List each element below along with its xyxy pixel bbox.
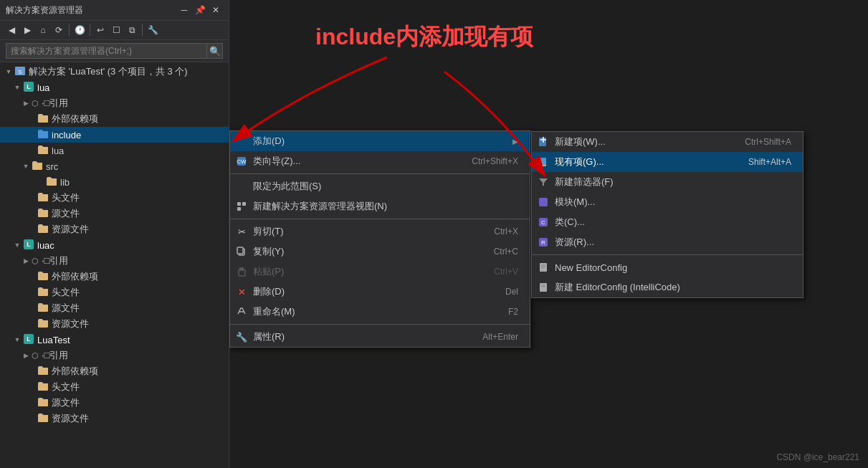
lua-head-item[interactable]: 头文件 [0, 190, 229, 206]
luac-ref-icon: ⬡ [32, 257, 39, 266]
menu-new-view[interactable]: 新建解决方案资源管理器视图(N) [230, 196, 530, 216]
search-input[interactable] [6, 43, 207, 59]
svg-rect-8 [539, 138, 546, 146]
luatest-src-item[interactable]: 源文件 [0, 395, 229, 411]
submenu-existing-item-label: 现有项(G)... [555, 156, 748, 168]
luac-res-item[interactable]: 资源文件 [0, 316, 229, 332]
svg-rect-27 [237, 202, 241, 206]
menu-class-wizard[interactable]: CW 类向导(Z)... Ctrl+Shift+X [230, 151, 530, 171]
menu-scope[interactable]: 限定为此范围(S) [230, 176, 530, 196]
ext-folder-icon [37, 113, 49, 125]
menu-add[interactable]: 添加(D) ▶ 新建项(W)... Ctrl+Shift+A [230, 131, 530, 151]
window-button[interactable]: ☐ [109, 23, 123, 37]
submenu-new-item[interactable]: 新建项(W)... Ctrl+Shift+A [532, 132, 803, 152]
expand-src-icon: ▼ [20, 161, 32, 172]
class-icon: C [538, 216, 549, 228]
luatest-ext-item[interactable]: 外部依赖项 [0, 363, 229, 379]
lua-ref-item[interactable]: ▶ ⬡ ·□引用 [0, 95, 229, 111]
luatest-project[interactable]: ▼ L LuaTest [0, 332, 229, 348]
luac-head-item[interactable]: 头文件 [0, 285, 229, 300]
submenu-resource[interactable]: R 资源(R)... [532, 232, 803, 252]
lua-src-item[interactable]: ▼ src [0, 158, 229, 174]
menu-rename-label: 重命名(M) [253, 305, 494, 318]
search-button[interactable]: 🔍 [207, 43, 223, 59]
home-button[interactable]: ⌂ [36, 23, 50, 37]
lua-src2-item[interactable]: 源文件 [0, 206, 229, 221]
forward-button[interactable]: ▶ [20, 23, 34, 37]
svg-rect-22 [540, 283, 547, 292]
submenu-module-label: 模块(M)... [555, 196, 791, 209]
minimize-button[interactable]: ─ [177, 3, 191, 17]
window2-button[interactable]: ⧉ [125, 23, 139, 37]
submenu-new-editorconfig-ic[interactable]: 新建 EditorConfig (IntelliCode) [532, 277, 803, 297]
submenu: 新建项(W)... Ctrl+Shift+A 现有项(G)... Shift+A… [531, 131, 803, 298]
menu-add-label: 添加(D) [253, 135, 512, 148]
sidebar-title: 解决方案资源管理器 [6, 4, 83, 16]
submenu-new-item-label: 新建项(W)... [555, 135, 745, 148]
lua-ext-item[interactable]: 外部依赖项 [0, 111, 229, 127]
submenu-existing-item-shortcut: Shift+Alt+A [748, 157, 791, 167]
expand-icon: ▼ [3, 66, 14, 77]
luatest-ref-item[interactable]: ▶ ⬡ ·□引用 [0, 348, 229, 363]
luac-project[interactable]: ▼ L luac [0, 237, 229, 253]
solution-explorer-panel: 解决方案资源管理器 ─ 📌 ✕ ◀ ▶ ⌂ ⟳ 🕐 ↩ ☐ ⧉ 🔧 🔍 ▼ S [0, 0, 229, 468]
clock-button[interactable]: 🕐 [72, 23, 87, 37]
submenu-class[interactable]: C 类(C)... [532, 212, 803, 232]
luac-ref-item[interactable]: ▶ ⬡ ·□引用 [0, 253, 229, 269]
menu-rename-shortcut: F2 [508, 307, 518, 317]
undo-button[interactable]: ↩ [93, 23, 108, 37]
menu-paste[interactable]: 粘贴(P) Ctrl+V [230, 262, 530, 282]
luac-src-label: 源文件 [52, 302, 80, 315]
submenu-new-filter[interactable]: 新建筛选器(F) [532, 172, 803, 192]
submenu-new-item-shortcut: Ctrl+Shift+A [745, 137, 791, 147]
solution-tree: ▼ S 解决方案 'LuaTest' (3 个项目，共 3 个) ▼ L lua… [0, 62, 229, 467]
settings-button[interactable]: 🔧 [146, 23, 160, 37]
menu-rename[interactable]: 重命名(M) F2 [230, 302, 530, 322]
expand-luatest-ref-icon: ▶ [20, 350, 32, 361]
lua-res-label: 资源文件 [52, 223, 89, 236]
menu-cut[interactable]: ✂ 剪切(T) Ctrl+X [230, 221, 530, 242]
lua-project[interactable]: ▼ L lua [0, 80, 229, 95]
submenu-new-filter-label: 新建筛选器(F) [555, 176, 791, 188]
submenu-module[interactable]: 模块(M)... [532, 192, 803, 212]
resource-icon: R [538, 237, 549, 248]
menu-properties[interactable]: 🔧 属性(R) Alt+Enter [230, 327, 530, 347]
head-folder-icon [37, 192, 49, 204]
sync-button[interactable]: ⟳ [52, 23, 66, 37]
lua-res-item[interactable]: 资源文件 [0, 221, 229, 237]
svg-rect-31 [237, 247, 243, 254]
luac-ext-label: 外部依赖项 [52, 270, 98, 283]
svg-text:S: S [18, 69, 22, 75]
submenu-class-label: 类(C)... [555, 216, 791, 229]
luatest-src-folder-icon [37, 397, 49, 409]
luatest-proj-label: LuaTest [37, 335, 70, 345]
back-button[interactable]: ◀ [4, 23, 19, 37]
lua-lua-item[interactable]: lua [0, 143, 229, 158]
solution-root[interactable]: ▼ S 解决方案 'LuaTest' (3 个项目，共 3 个) [0, 64, 229, 80]
menu-copy[interactable]: 复制(Y) Ctrl+C [230, 242, 530, 262]
submenu-new-editorconfig[interactable]: New EditorConfig [532, 257, 803, 277]
luac-ext-item[interactable]: 外部依赖项 [0, 269, 229, 285]
close-button[interactable]: ✕ [209, 3, 223, 17]
lua-src2-label: 源文件 [52, 207, 80, 220]
luatest-res-label: 资源文件 [52, 412, 89, 425]
pin-button[interactable]: 📌 [193, 3, 207, 17]
lua-include-item[interactable]: include [0, 127, 229, 143]
luac-src-item[interactable]: 源文件 [0, 300, 229, 316]
solution-label: 解决方案 'LuaTest' (3 个项目，共 3 个) [29, 65, 188, 78]
menu-delete[interactable]: ✕ 删除(D) Del [230, 282, 530, 302]
svg-text:L: L [27, 335, 31, 343]
lua-src-lib-item[interactable]: lib [0, 174, 229, 190]
luatest-head-label: 头文件 [52, 381, 80, 393]
svg-rect-28 [242, 202, 246, 206]
luatest-head-item[interactable]: 头文件 [0, 379, 229, 395]
menu-delete-shortcut: Del [505, 287, 518, 297]
menu-cut-shortcut: Ctrl+X [494, 226, 518, 237]
copy-icon [236, 246, 247, 257]
svg-rect-29 [237, 207, 241, 211]
luatest-res-item[interactable]: 资源文件 [0, 411, 229, 426]
menu-sep1 [230, 173, 530, 174]
menu-sep2 [230, 219, 530, 219]
solution-icon: S [14, 65, 26, 79]
submenu-existing-item[interactable]: 现有项(G)... Shift+Alt+A [532, 152, 803, 172]
